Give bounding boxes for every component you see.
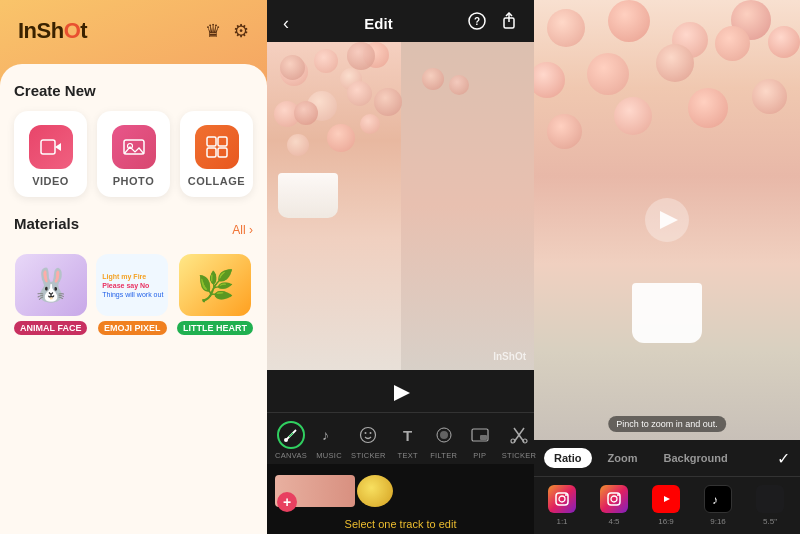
zoom-button[interactable]: Zoom: [598, 448, 648, 468]
sticker-label: STICKER: [351, 451, 386, 460]
animal-face-label: ANIMAL FACE: [14, 321, 87, 335]
aspect-11-label: 1:1: [556, 517, 567, 526]
timeline-area: +: [267, 464, 534, 516]
music-icon: ♪: [315, 421, 343, 449]
materials-row: 🐰 ANIMAL FACE Light my Fire Please say N…: [14, 254, 253, 335]
canvas-label: CANVAS: [275, 451, 307, 460]
material-little-heart[interactable]: 🌿 LITTLE HEART: [177, 254, 253, 335]
aspect-row: 1:1 4:5 16:9 ♪ 9:16 5.5": [534, 477, 800, 534]
svg-text:♪: ♪: [322, 427, 329, 443]
svg-rect-0: [41, 140, 55, 154]
emoji-line3: Things will work out: [102, 291, 163, 298]
ratio-button[interactable]: Ratio: [544, 448, 592, 468]
svg-text:?: ?: [474, 16, 480, 27]
material-animal-face[interactable]: 🐰 ANIMAL FACE: [14, 254, 88, 335]
roses-right: [401, 42, 535, 370]
photo-label: PHOTO: [113, 175, 154, 187]
play-button[interactable]: [386, 378, 416, 408]
svg-rect-7: [218, 148, 227, 157]
little-heart-thumb: 🌿: [179, 254, 251, 316]
emoji-line1: Light my Fire: [102, 273, 146, 280]
svg-point-17: [370, 432, 372, 434]
materials-title: Materials: [14, 215, 79, 232]
header-icons: ♛ ⚙: [205, 20, 249, 42]
select-track-hint: Select one track to edit: [267, 516, 534, 534]
sticker2-label: STICKER: [502, 451, 537, 460]
pip-icon: [466, 421, 494, 449]
svg-point-16: [365, 432, 367, 434]
edit-header: ‹ Edit ?: [267, 0, 534, 42]
video-label: VIDEO: [32, 175, 69, 187]
home-content: Create New VIDEO PHOTO COLLAGE: [0, 64, 267, 534]
svg-rect-4: [207, 137, 216, 146]
svg-point-18: [440, 431, 448, 439]
svg-marker-1: [55, 143, 61, 151]
aspect-45[interactable]: 4:5: [592, 485, 636, 526]
crown-icon[interactable]: ♛: [205, 20, 221, 42]
photo-button[interactable]: PHOTO: [97, 111, 170, 197]
help-icon[interactable]: ?: [468, 12, 486, 34]
material-emoji-pixel[interactable]: Light my Fire Please say No Things will …: [96, 254, 170, 335]
text-label: TEXT: [398, 451, 418, 460]
aspect-169[interactable]: 16:9: [644, 485, 688, 526]
all-link[interactable]: All ›: [232, 223, 253, 237]
confirm-button[interactable]: ✓: [777, 449, 790, 468]
toolbar-sticker[interactable]: STICKER: [347, 419, 390, 462]
svg-point-24: [511, 439, 515, 443]
background-button[interactable]: Background: [653, 448, 737, 468]
animal-face-thumb: 🐰: [15, 254, 87, 316]
svg-text:♪: ♪: [712, 493, 718, 507]
collage-button[interactable]: COLLAGE: [180, 111, 253, 197]
edit-toolbar: CANVAS ♪ MUSIC STICKER T TEXT FILTER: [267, 412, 534, 464]
instagram-icon: [548, 485, 576, 513]
aspect-45-label: 4:5: [608, 517, 619, 526]
svg-line-12: [289, 433, 293, 437]
collage-label: COLLAGE: [188, 175, 245, 187]
svg-point-27: [559, 496, 565, 502]
toolbar-canvas[interactable]: CANVAS: [271, 419, 311, 462]
little-heart-label: LITTLE HEART: [177, 321, 253, 335]
photo-panel: Pinch to zoom in and out. Ratio Zoom Bac…: [534, 0, 800, 534]
filter-label: FILTER: [430, 451, 457, 460]
play-overlay-button[interactable]: [645, 198, 689, 242]
pinch-hint: Pinch to zoom in and out.: [608, 416, 726, 432]
back-button[interactable]: ‹: [283, 13, 289, 34]
emoji-pixel-thumb: Light my Fire Please say No Things will …: [96, 254, 168, 316]
toolbar-music[interactable]: ♪ MUSIC: [311, 419, 347, 462]
filter-icon: [430, 421, 458, 449]
toolbar-filter[interactable]: FILTER: [426, 419, 462, 462]
toolbar-pip[interactable]: PIP: [462, 419, 498, 462]
home-panel: InShOt ♛ ⚙ Create New VIDEO PHOTO: [0, 0, 267, 534]
emoji-pixel-label: EMOJI PIXEL: [98, 321, 167, 335]
canvas-icon: [277, 421, 305, 449]
ratio-toolbar: Ratio Zoom Background ✓: [534, 440, 800, 477]
video-icon: [29, 125, 73, 169]
create-new-title: Create New: [14, 82, 253, 99]
svg-point-31: [617, 494, 619, 496]
aspect-169-label: 16:9: [658, 517, 674, 526]
video-button[interactable]: VIDEO: [14, 111, 87, 197]
toolbar-text[interactable]: T TEXT: [390, 419, 426, 462]
instagram2-icon: [600, 485, 628, 513]
play-triangle-icon: [394, 385, 410, 401]
sticker-icon: [354, 421, 382, 449]
aspect-11[interactable]: 1:1: [540, 485, 584, 526]
timeline-track: [267, 473, 534, 509]
apple-icon: [756, 485, 784, 513]
video-preview: InShOt: [267, 42, 534, 370]
app-logo: InShOt: [18, 18, 87, 44]
photo-preview: Pinch to zoom in and out.: [534, 0, 800, 440]
youtube-icon: [652, 485, 680, 513]
gear-icon[interactable]: ⚙: [233, 20, 249, 42]
aspect-916[interactable]: ♪ 9:16: [696, 485, 740, 526]
timeline-clip-circle[interactable]: [357, 475, 393, 507]
home-header: InShOt ♛ ⚙: [0, 0, 267, 54]
svg-rect-5: [218, 137, 227, 146]
video-bg: [267, 42, 534, 370]
aspect-55[interactable]: 5.5": [748, 485, 792, 526]
share-icon[interactable]: [500, 12, 518, 34]
aspect-916-label: 9:16: [710, 517, 726, 526]
edit-title: Edit: [364, 15, 392, 32]
photo-icon: [112, 125, 156, 169]
add-track-button[interactable]: +: [277, 492, 297, 512]
